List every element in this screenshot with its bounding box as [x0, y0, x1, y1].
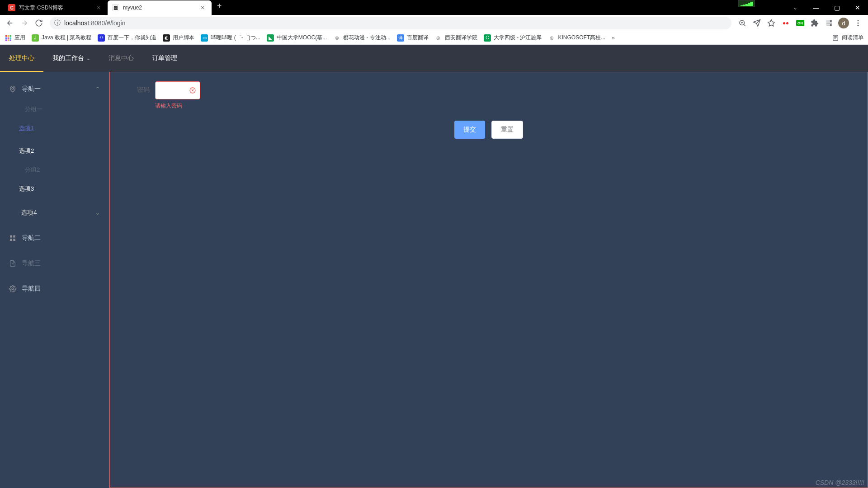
svg-rect-19: [10, 239, 12, 241]
reading-list-button[interactable]: 阅读清单: [832, 34, 863, 42]
address-bar: ⓘ localhost:8080/#/login ON d: [0, 15, 868, 31]
window-maximize-icon[interactable]: ▢: [826, 0, 847, 15]
csdn-icon: C: [8, 4, 15, 11]
extension-icon-2[interactable]: ON: [794, 17, 807, 29]
sidebar-option-3[interactable]: 选项3: [0, 178, 109, 200]
chevron-down-icon: ⌄: [95, 210, 100, 216]
watermark-text: CSDN @2333!!!!!: [816, 479, 864, 486]
url-port: :8080: [89, 19, 105, 27]
tab-search-icon[interactable]: ⌄: [785, 0, 806, 15]
sidebar-label: 导航三: [22, 259, 41, 267]
site-info-icon[interactable]: ⓘ: [54, 19, 61, 27]
tab-title: 写文章-CSDN博客: [19, 4, 94, 12]
bookmark-label: 中国大学MOOC(慕...: [277, 34, 327, 42]
nav-order-manage[interactable]: 订单管理: [143, 45, 186, 72]
bookmark-item[interactable]: ◎KINGOSOFT高校...: [548, 34, 605, 42]
reset-button[interactable]: 重置: [491, 121, 523, 139]
close-icon[interactable]: ×: [201, 5, 207, 11]
bookmark-item[interactable]: ◣中国大学MOOC(慕...: [267, 34, 327, 42]
svg-rect-17: [10, 235, 12, 238]
body-area: 导航一 ⌃ 分组一 选项1 选项2 分组2 选项3 选项4 ⌄ 导航二 导航三: [0, 72, 868, 488]
nav-message-center: 消息中心: [99, 45, 143, 72]
window-minimize-icon[interactable]: —: [806, 0, 826, 15]
bookmark-star-icon[interactable]: [765, 17, 778, 29]
menu-icon[interactable]: [852, 17, 864, 29]
password-input[interactable]: [155, 81, 200, 99]
bookmark-item[interactable]: ◐用户脚本: [163, 34, 194, 42]
bookmark-item[interactable]: ⚇百度一下，你就知道: [98, 34, 156, 42]
bookmark-label: Java 教程 | 菜鸟教程: [42, 34, 91, 42]
sidebar-nav-2[interactable]: 导航二: [0, 225, 109, 251]
bookmark-label: 大学四级 - 沪江题库: [494, 34, 542, 42]
new-tab-button[interactable]: +: [212, 1, 227, 11]
location-icon: [9, 85, 16, 93]
sidebar-label: 选项4: [21, 209, 37, 217]
bookmark-icon: ▭: [201, 34, 208, 42]
document-icon: [9, 260, 16, 267]
svg-rect-8: [9, 35, 11, 37]
svg-point-4: [858, 23, 859, 24]
bookmark-item[interactable]: ◎樱花动漫 - 专注动...: [333, 34, 391, 42]
forward-button[interactable]: [18, 17, 31, 29]
svg-rect-10: [8, 37, 9, 38]
apps-button[interactable]: 应用: [5, 34, 25, 42]
sidebar-nav-1[interactable]: 导航一 ⌃: [0, 76, 109, 102]
browser-tab-inactive[interactable]: C 写文章-CSDN博客 ×: [4, 0, 108, 15]
bookmark-icon: ◎: [548, 34, 555, 42]
bookmark-icon: ◎: [435, 34, 442, 42]
bookmark-icon: C: [484, 34, 491, 42]
bookmark-item[interactable]: ◎西安翻译学院: [435, 34, 477, 42]
nav-processing-center[interactable]: 处理中心: [0, 45, 43, 72]
apps-grid-icon: [5, 34, 12, 42]
nav-label: 消息中心: [108, 54, 134, 62]
extensions-icon[interactable]: [808, 17, 821, 29]
bookmark-item[interactable]: ▭哔哩哔哩 (゜-゜)つ...: [201, 34, 260, 42]
close-icon[interactable]: ×: [97, 5, 103, 11]
reading-list-label: 阅读清单: [842, 34, 863, 42]
bookmark-icon: 译: [397, 34, 404, 42]
chevron-down-icon: ⌄: [86, 56, 90, 61]
send-icon[interactable]: [750, 17, 763, 29]
error-circle-icon: [189, 87, 196, 94]
sidebar-nav-4[interactable]: 导航四: [0, 276, 109, 301]
apps-label: 应用: [14, 34, 25, 42]
main-content: 密码 请输入密码 提交 重置: [109, 72, 868, 488]
back-button[interactable]: [4, 17, 16, 29]
settings-toggle-icon[interactable]: [823, 17, 835, 29]
sidebar-nav-3: 导航三: [0, 251, 109, 276]
sidebar-option-4[interactable]: 选项4 ⌄: [0, 200, 109, 225]
sidebar-option-1[interactable]: 选项1: [0, 117, 109, 140]
bookmark-label: 百度翻译: [407, 34, 429, 42]
browser-tab-active[interactable]: 🖼 myvue2 ×: [108, 0, 212, 15]
chevron-up-icon: ⌃: [95, 86, 100, 92]
top-nav: 处理中心 我的工作台⌄ 消息中心 订单管理: [0, 45, 868, 72]
sidebar-group-1: 分组一: [0, 102, 109, 117]
form-button-row: 提交 重置: [110, 121, 868, 139]
browser-tab-strip: C 写文章-CSDN博客 × 🖼 myvue2 × + ▁▂▃▅▇ ⌄ — ▢ …: [0, 0, 868, 15]
sidebar-group-2: 分组2: [0, 162, 109, 178]
app-page: 处理中心 我的工作台⌄ 消息中心 订单管理 导航一 ⌃ 分组一 选项1 选项2 …: [0, 45, 868, 488]
bookmark-overflow-icon[interactable]: »: [612, 35, 615, 41]
extension-icon-1[interactable]: [779, 17, 792, 29]
svg-point-16: [12, 88, 14, 89]
bookmark-label: 百度一下，你就知道: [108, 34, 156, 42]
bookmark-item[interactable]: JJava 教程 | 菜鸟教程: [32, 34, 91, 42]
reload-button[interactable]: [33, 17, 45, 29]
sidebar: 导航一 ⌃ 分组一 选项1 选项2 分组2 选项3 选项4 ⌄ 导航二 导航三: [0, 72, 109, 488]
bookmark-item[interactable]: 译百度翻译: [397, 34, 429, 42]
submit-button[interactable]: 提交: [454, 121, 485, 139]
password-label: 密码: [137, 81, 150, 94]
bookmark-item[interactable]: C大学四级 - 沪江题库: [484, 34, 542, 42]
bookmark-icon: ◐: [163, 34, 170, 42]
bookmark-icon: ⚇: [98, 34, 105, 42]
url-input[interactable]: ⓘ localhost:8080/#/login: [50, 17, 731, 29]
window-close-icon[interactable]: ✕: [847, 0, 868, 15]
profile-avatar[interactable]: d: [837, 17, 850, 29]
bookmark-icon: ◎: [333, 34, 340, 42]
zoom-icon[interactable]: [736, 17, 749, 29]
svg-rect-13: [8, 39, 9, 41]
nav-label: 处理中心: [9, 54, 34, 62]
nav-workbench[interactable]: 我的工作台⌄: [43, 45, 99, 72]
sidebar-option-2[interactable]: 选项2: [0, 140, 109, 162]
bookmark-label: KINGOSOFT高校...: [558, 34, 605, 42]
